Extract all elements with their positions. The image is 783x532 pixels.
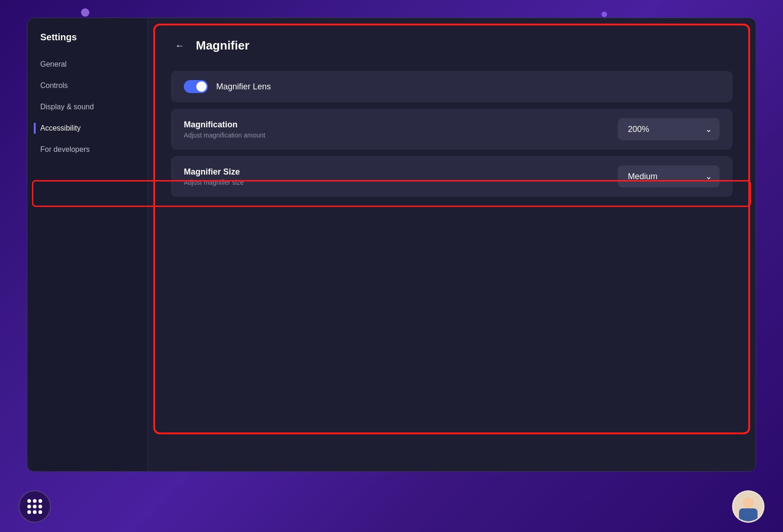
bg-decoration-1: [81, 8, 89, 17]
content-area: ← Magnifier Magnifier Lens Magnification…: [148, 18, 756, 471]
sidebar-item-label-accessibility: Accessibility: [40, 124, 81, 132]
sidebar-item-label-for-developers: For developers: [40, 145, 90, 154]
back-arrow-icon: ←: [175, 40, 184, 51]
bg-decoration-2: [601, 12, 607, 17]
magnification-select[interactable]: 100% 150% 200% 300% 400%: [618, 118, 720, 140]
magnifier-size-main-label: Magnifier Size: [184, 167, 244, 177]
sidebar-item-general[interactable]: General: [27, 54, 147, 75]
grid-dot-9: [38, 510, 42, 514]
sidebar-item-display-sound[interactable]: Display & sound: [27, 96, 147, 118]
magnifier-lens-toggle[interactable]: [184, 80, 208, 93]
magnifier-size-select[interactable]: Small Medium Large: [618, 165, 720, 188]
magnification-sub-label: Adjust magnification amount: [184, 131, 265, 139]
grid-dot-8: [33, 510, 37, 514]
apps-button[interactable]: [19, 490, 51, 523]
avatar-button[interactable]: [732, 490, 764, 523]
sidebar-item-label-controls: Controls: [40, 81, 68, 90]
magnification-labels: Magnification Adjust magnification amoun…: [184, 120, 265, 139]
sidebar-item-for-developers[interactable]: For developers: [27, 139, 147, 160]
avatar-icon: [734, 494, 762, 521]
apps-grid-icon: [27, 499, 42, 514]
magnifier-size-sub-label: Adjust magnifier size: [184, 179, 244, 186]
back-button[interactable]: ←: [171, 37, 188, 54]
taskbar: [0, 481, 783, 532]
content-inner: ← Magnifier Magnifier Lens Magnification…: [148, 18, 756, 222]
settings-window: Settings General Controls Display & soun…: [27, 18, 756, 472]
grid-dot-6: [38, 505, 42, 508]
magnification-dropdown-wrapper: 100% 150% 200% 300% 400% ⌄: [618, 118, 720, 140]
magnifier-size-dropdown-wrapper: Small Medium Large ⌄: [618, 165, 720, 188]
magnification-main-label: Magnification: [184, 120, 265, 130]
sidebar-item-label-display-sound: Display & sound: [40, 103, 94, 111]
svg-point-0: [743, 497, 754, 508]
magnifier-size-labels: Magnifier Size Adjust magnifier size: [184, 167, 244, 186]
magnifier-lens-label: Magnifier Lens: [216, 82, 271, 92]
svg-rect-1: [739, 508, 758, 521]
page-header: ← Magnifier: [171, 37, 733, 54]
grid-dot-3: [38, 499, 42, 503]
sidebar: Settings General Controls Display & soun…: [27, 18, 148, 471]
sidebar-item-accessibility[interactable]: Accessibility: [27, 118, 147, 139]
grid-dot-7: [27, 510, 31, 514]
magnifier-size-card: Magnifier Size Adjust magnifier size Sma…: [171, 156, 733, 197]
grid-dot-4: [27, 505, 31, 508]
grid-dot-1: [27, 499, 31, 503]
sidebar-title: Settings: [27, 27, 147, 54]
magnifier-lens-card: Magnifier Lens: [171, 71, 733, 102]
sidebar-item-controls[interactable]: Controls: [27, 75, 147, 96]
grid-dot-5: [33, 505, 37, 508]
magnification-card: Magnification Adjust magnification amoun…: [171, 109, 733, 150]
page-title: Magnifier: [196, 38, 250, 53]
grid-dot-2: [33, 499, 37, 503]
sidebar-item-label-general: General: [40, 60, 67, 69]
